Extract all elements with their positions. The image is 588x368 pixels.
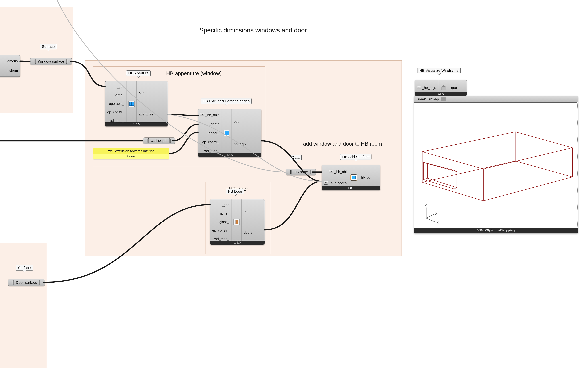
truncated-component[interactable]: ometry nsform [0,55,20,77]
grip-icon [13,280,14,285]
in-name[interactable]: _name_ [217,211,229,215]
out-hbobj[interactable]: hb_obj [361,175,371,179]
in-hbobjs[interactable]: _hb_objs [205,113,219,117]
viewer-body: z y x [414,102,578,228]
param-window-surface[interactable]: Window surface [30,58,72,65]
hb-appenture-annotation: HB appenture (window) [166,70,222,76]
axis-x-label: x [437,220,439,224]
comp-hb-aperture[interactable]: _geo _name_ operable_ ep_constr_ rad_mod… [105,81,168,127]
svg-line-6 [426,214,434,218]
out-out[interactable]: out [139,91,144,95]
graft-toggle-icon[interactable] [324,181,328,184]
comp-hb-door[interactable]: _geo _name_ glass_ ep_constr_ rad_mod_ o… [210,199,265,245]
out-doors[interactable]: doors [244,230,252,235]
output-transform[interactable]: nsform [8,68,18,73]
out-geo[interactable]: geo [451,86,457,90]
tag-hb-door: HB Door [226,189,244,194]
version-label: 1.8.0 [210,241,265,245]
graft-toggle-icon[interactable] [329,170,333,173]
tag-data: Data [290,155,302,160]
comp-hb-shades[interactable]: _hb_objs _depth indoor_ ep_constr_ rad_m… [198,109,261,157]
out-out[interactable]: out [234,120,239,124]
tag-hb-addsub: HB Add Subface [340,154,372,160]
addsub-icon [351,175,357,181]
axis-y-label: y [435,210,437,215]
in-hbobjs[interactable]: _hb_objs [422,86,436,90]
version-label: 1.8.0 [415,92,467,96]
version-label: 1.8.0 [105,122,168,126]
svg-line-0 [424,162,428,164]
out-hbobjs[interactable]: hb_objs [234,142,246,146]
in-geo[interactable]: _geo [117,85,124,89]
param-door-surface[interactable]: Door surface [8,279,45,286]
bool-panel-value: true [93,154,169,159]
in-epconstr[interactable]: ep_constr_ [212,228,229,232]
in-subfaces[interactable]: _sub_faces [329,181,347,185]
graft-toggle-icon[interactable] [417,86,421,89]
bool-panel-label: wall extrusion towards interior [93,148,169,154]
param-hb-room[interactable]: HB room [286,169,316,175]
viewer-footer: (400x300) Format32bppArgb [414,228,578,233]
in-depth[interactable]: _depth [209,122,219,126]
in-geo[interactable]: _geo [222,203,229,207]
param-hb-room-label: HB room [294,170,308,174]
in-name[interactable]: _name_ [112,93,124,97]
in-glass[interactable]: glass_ [219,220,229,224]
tag-hb-viswire: HB Visualize Wireframe [417,68,460,73]
grip-icon [148,138,149,143]
grip-icon [290,170,292,174]
in-radmod[interactable]: rad_mod_ [214,237,229,241]
grip-icon [35,59,36,64]
grip-icon [310,170,311,174]
bool-panel-wall-extrusion[interactable]: wall extrusion towards interior true [93,148,169,159]
param-door-surface-label: Door surface [16,280,37,285]
in-radmod[interactable]: rad_mod_ [204,149,219,153]
tag-hb-shades: HB Extruded Border Shades [201,98,252,104]
axis-z-label: z [425,202,427,207]
door-icon [233,219,240,225]
param-wall-depth-label: wall depth [151,138,168,143]
title-annotation: Specific diminsions windows and door [199,27,307,34]
in-hbobj[interactable]: _hb_obj [334,170,347,174]
shade-icon [224,130,230,136]
tag-surface-1: Surface [40,44,57,49]
house-icon [440,85,447,91]
svg-line-3 [424,178,428,180]
version-label: 1.8.0 [198,153,261,157]
grip-icon [39,280,40,285]
in-epconstr[interactable]: ep_constr_ [202,140,219,144]
torn-edge-icon [577,102,578,228]
graft-toggle-icon[interactable] [200,113,204,116]
comp-hb-addsub[interactable]: _hb_obj _sub_faces hb_obj 1.8.0 [322,165,380,190]
in-radmod[interactable]: rad_mod_ [109,119,124,123]
in-operable[interactable]: operable_ [109,102,124,106]
tag-hb-aperture: HB Aperture [126,70,150,76]
param-wall-depth[interactable]: wall depth [143,138,175,144]
viewer-swatch-icon[interactable] [441,97,446,101]
group-outer-bottom [0,243,47,368]
in-epconstr[interactable]: ep_constr_ [107,110,124,114]
comp-hb-viswire[interactable]: _hb_objs geo 1.8.0 [415,80,467,96]
viewer-title: Smart Bitmap [416,97,439,101]
version-label: 1.8.0 [322,186,380,190]
grip-icon [66,59,67,64]
out-apertures[interactable]: apertures [139,112,153,116]
param-window-surface-label: Window surface [38,59,64,64]
grip-icon [169,138,171,143]
aperture-icon [129,101,135,107]
in-indoor[interactable]: indoor_ [208,131,219,135]
output-geometry[interactable]: ometry [8,59,18,63]
out-out[interactable]: out [244,209,249,213]
svg-line-2 [454,188,457,189]
add-subface-annotation: add window and door to HB room [303,141,382,147]
svg-line-5 [426,218,436,222]
tag-surface-2: Surface [16,265,33,271]
smart-bitmap-viewer[interactable]: Smart Bitmap [414,96,578,233]
